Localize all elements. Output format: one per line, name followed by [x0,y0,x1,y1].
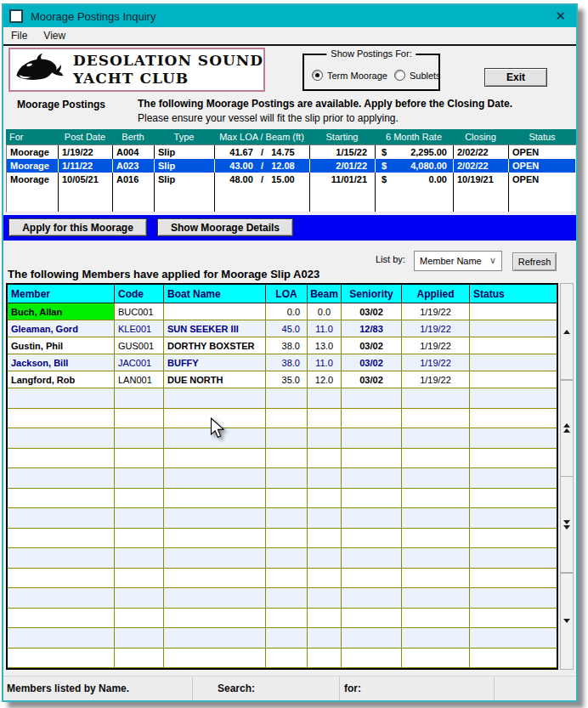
members-column-header: LOA [266,285,308,303]
scroll-page-down-icon [563,520,570,524]
postings-cell-closing: 2/02/22 [454,159,509,173]
member-empty-row [8,468,557,489]
postings-cell-for: Moorage [7,159,59,173]
member-empty-cell [164,588,266,609]
desktop: Moorage Postings Inquiry ✕ File View DES… [0,0,588,708]
postings-cell-starting: 1/15/22 [310,145,376,159]
close-icon[interactable]: ✕ [555,7,566,25]
member-empty-cell [266,388,308,409]
orca-icon [14,50,66,89]
member-cell-code: BUC001 [115,303,164,320]
member-empty-cell [470,409,557,429]
scroll-page-up-button[interactable] [560,380,574,477]
postings-column-header: For [6,132,58,142]
member-empty-cell [342,569,402,589]
member-empty-cell [8,609,115,629]
member-empty-cell [470,588,557,609]
postings-column-header: Berth [112,132,154,142]
menu-divider [3,44,576,46]
member-cell-boat: DORTHY BOXSTER [164,337,266,354]
scroll-page-down-button[interactable] [560,476,574,573]
radio-option-term-moorage[interactable]: Term Moorage [312,70,387,81]
member-cell-seniority: 03/02 [342,337,402,354]
member-empty-cell [308,409,342,429]
postings-row[interactable]: Moorage10/05/21A016Slip48.00 / 15.0011/0… [7,173,575,186]
scroll-line-up-button[interactable] [560,283,574,380]
member-row[interactable]: Gustin, PhilGUS001DORTHY BOXSTER38.013.0… [8,337,557,354]
member-cell-status [470,354,557,371]
postings-column-header: Closing [453,132,508,142]
vertical-scrollbar[interactable] [560,283,574,670]
member-empty-cell [164,569,266,589]
postings-cell-loa-beam: 41.67 / 14.75 [215,145,310,159]
club-name-line2: YACHT CLUB [73,70,263,88]
member-empty-cell [164,508,266,529]
show-details-button[interactable]: Show Moorage Details [157,218,293,236]
apply-moorage-button[interactable]: Apply for this Moorage [8,218,147,236]
exit-button[interactable]: Exit [484,68,547,87]
radio-option-sublets[interactable]: Sublets [394,70,441,81]
member-empty-cell [342,588,402,609]
postings-instruction-1: The following Moorage Postings are avail… [138,98,512,110]
member-empty-row [8,628,557,649]
postings-cell-starting: 2/01/22 [310,159,376,173]
scroll-line-down-button[interactable] [560,573,574,670]
member-empty-row [8,449,557,469]
postings-column-header: Status [508,132,576,142]
menu-item-view[interactable]: View [43,30,65,42]
member-empty-cell [8,388,115,409]
member-row[interactable]: Buch, AllanBUC0010.00.003/021/19/22 [8,303,557,320]
postings-row[interactable]: Moorage1/19/22A004Slip41.67 / 14.751/15/… [7,145,575,159]
member-empty-cell [115,529,164,549]
menu-item-file[interactable]: File [11,30,27,42]
member-empty-cell [266,468,308,489]
member-empty-cell [164,428,266,449]
member-empty-cell [402,449,470,469]
member-row[interactable]: Jackson, BillJAC001BUFFY38.011.003/021/1… [8,354,557,371]
postings-cell-berth: A023 [113,159,155,173]
member-row[interactable]: Gleaman, GordKLE001SUN SEEKER III45.011.… [8,320,557,337]
postings-empty-cell [7,186,59,212]
member-empty-cell [8,649,115,669]
member-row[interactable]: Langford, RobLAN001DUE NORTH35.012.003/0… [8,371,557,388]
action-bar: Apply for this Moorage Show Moorage Deta… [3,215,576,241]
members-heading: The following Members have applied for M… [8,268,319,280]
member-cell-loa: 38.0 [266,354,308,371]
postings-row[interactable]: Moorage1/11/22A023Slip43.00 / 12.082/01/… [7,159,575,173]
member-cell-boat: BUFFY [164,354,266,371]
dollar-sign: $ [382,147,387,157]
member-empty-cell [308,508,342,529]
member-empty-cell [115,628,164,649]
postings-body: Moorage1/19/22A004Slip41.67 / 14.751/15/… [6,144,576,212]
member-empty-cell [164,609,266,629]
member-empty-cell [470,628,557,649]
postings-column-header: Max LOA / Beam (ft) [214,132,309,142]
rate-amount: 2,295.00 [410,147,447,157]
member-empty-cell [115,468,164,489]
member-empty-cell [164,548,266,569]
club-name: DESOLATION SOUND YACHT CLUB [73,52,263,88]
member-empty-cell [8,449,115,469]
member-empty-cell [308,588,342,609]
member-empty-row [8,388,557,409]
member-empty-cell [402,388,470,409]
postings-table: ForPost DateBerthTypeMax LOA / Beam (ft)… [6,129,576,212]
member-empty-cell [115,449,164,469]
member-cell-boat: DUE NORTH [164,371,266,388]
chevron-down-icon: ∨ [489,255,496,266]
member-empty-cell [164,489,266,509]
member-cell-code: JAC001 [115,354,164,371]
status-spacer [495,677,576,700]
member-cell-seniority: 03/02 [342,354,402,371]
dollar-sign: $ [382,174,387,184]
member-empty-cell [8,548,115,569]
postings-cell-status: OPEN [509,145,575,159]
member-cell-seniority: 12/83 [342,320,402,337]
member-cell-name: Gustin, Phil [8,337,115,354]
member-empty-cell [266,649,308,669]
list-by-select[interactable]: Member Name ∨ [414,251,502,271]
refresh-button[interactable]: Refresh [512,252,557,271]
member-empty-cell [115,409,164,429]
postings-cell-post-date: 1/11/22 [59,159,113,173]
member-empty-cell [115,609,164,629]
